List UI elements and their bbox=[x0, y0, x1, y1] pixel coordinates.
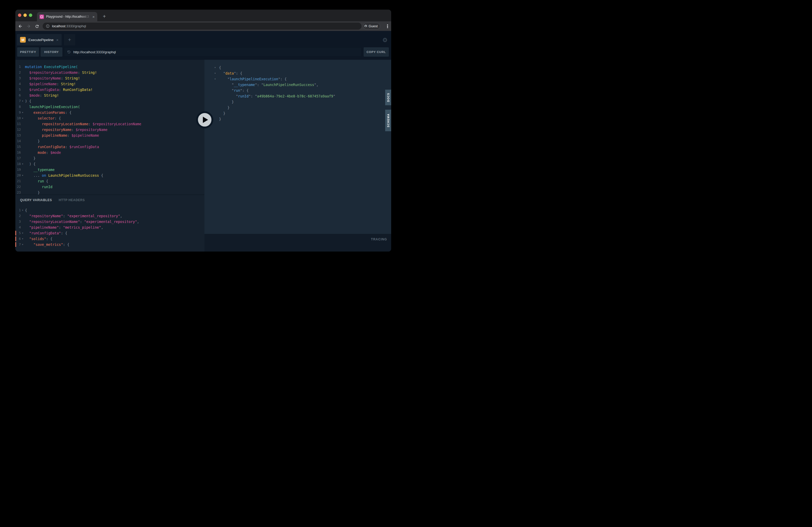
code-line: 3 $repositoryName: String! bbox=[15, 75, 204, 81]
new-query-tab-button[interactable]: + bbox=[64, 34, 75, 45]
tab-execute-pipeline[interactable]: M ExecutePipeline × bbox=[17, 34, 62, 45]
code-line: 4 $pipelineName: String! bbox=[15, 81, 204, 87]
fold-arrow-icon[interactable]: ▾ bbox=[21, 230, 25, 236]
fold-arrow-icon[interactable]: ▾ bbox=[21, 115, 25, 121]
settings-gear-icon[interactable]: ⚙ bbox=[381, 36, 389, 44]
fold-arrow-icon[interactable]: ▾ bbox=[21, 110, 25, 115]
code-line: 8 launchPipelineExecution( bbox=[15, 104, 204, 110]
fold-arrow-icon[interactable]: ▾ bbox=[213, 76, 217, 82]
response-viewer: ▾{▾ "data": {▾ "launchPipelineExecution"… bbox=[204, 60, 391, 234]
line-number: 2 bbox=[15, 213, 21, 219]
code-line: } bbox=[204, 110, 391, 116]
avatar bbox=[364, 24, 367, 29]
playground-tab-bar: M ExecutePipeline × + ⚙ bbox=[15, 34, 391, 45]
fold-spacer bbox=[21, 87, 25, 92]
line-number: 20 bbox=[15, 172, 21, 178]
code-text: ) { bbox=[25, 161, 35, 167]
code-text: } bbox=[217, 116, 221, 122]
code-line: 6 $mode: String! bbox=[15, 92, 204, 98]
code-line: "runId": "a49b864a-79e2-4be8-b78c-687457… bbox=[204, 93, 391, 99]
code-text: } bbox=[217, 99, 234, 105]
playground-toolbar: PRETTIFY HISTORY http://localhost:3333/g… bbox=[15, 47, 391, 57]
tab-query-variables[interactable]: QUERY VARIABLES bbox=[20, 198, 52, 202]
docs-side-tab[interactable]: DOCS bbox=[385, 90, 391, 105]
code-line: 1▾{ bbox=[15, 207, 204, 213]
fold-arrow-icon[interactable]: ▾ bbox=[21, 242, 25, 247]
code-text: "launchPipelineExecution": { bbox=[217, 76, 287, 82]
line-number: 18 bbox=[15, 161, 21, 167]
tab-http-headers[interactable]: HTTP HEADERS bbox=[59, 198, 85, 202]
code-text: "__typename": "LaunchPipelineRunSuccess"… bbox=[217, 82, 318, 88]
code-line: 2 "repositoryName": "experimental_reposi… bbox=[15, 213, 204, 219]
fold-spacer bbox=[213, 88, 217, 93]
fold-spacer bbox=[21, 190, 25, 195]
fold-arrow-icon[interactable]: ▾ bbox=[21, 172, 25, 178]
fold-arrow-icon[interactable]: ▾ bbox=[21, 161, 25, 167]
endpoint-reload-icon[interactable] bbox=[67, 50, 71, 54]
fold-arrow-icon[interactable]: ▾ bbox=[21, 236, 25, 242]
fold-arrow-icon[interactable]: ▾ bbox=[21, 207, 25, 213]
browser-menu-icon[interactable] bbox=[385, 24, 390, 29]
code-line: 9▾ executionParams: { bbox=[15, 110, 204, 115]
query-editor[interactable]: 1mutation ExecutePipeline(2 $repositoryL… bbox=[15, 60, 204, 195]
fold-arrow-icon[interactable]: ▾ bbox=[21, 98, 25, 104]
fold-arrow-icon[interactable]: ▾ bbox=[213, 71, 217, 76]
line-number: 1 bbox=[15, 207, 21, 213]
close-window-button[interactable] bbox=[18, 14, 21, 17]
fold-spacer bbox=[21, 213, 25, 219]
fold-spacer bbox=[21, 70, 25, 75]
tab-close-icon[interactable]: × bbox=[92, 15, 95, 19]
fold-arrow-icon[interactable]: ▾ bbox=[213, 65, 217, 71]
fold-spacer bbox=[213, 105, 217, 110]
line-number: 4 bbox=[15, 225, 21, 230]
tracing-label[interactable]: TRACING bbox=[371, 238, 387, 241]
copy-curl-button[interactable]: COPY CURL bbox=[364, 47, 389, 57]
code-text: "run": { bbox=[217, 88, 249, 93]
back-icon[interactable] bbox=[17, 24, 23, 29]
code-line: ▾ "launchPipelineExecution": { bbox=[204, 76, 391, 82]
line-number: 1 bbox=[15, 64, 21, 70]
fold-spacer bbox=[213, 93, 217, 99]
line-number: 8 bbox=[15, 104, 21, 110]
code-line: 7▾ "save_metrics": { bbox=[15, 242, 204, 247]
code-line: 2 $repositoryLocationName: String! bbox=[15, 70, 204, 75]
playground-tab-close-icon[interactable]: × bbox=[56, 38, 59, 42]
code-text: mutation ExecutePipeline( bbox=[25, 64, 78, 70]
fold-spacer bbox=[21, 104, 25, 110]
query-variables-pane: QUERY VARIABLES HTTP HEADERS 1▾{2 "repos… bbox=[15, 195, 204, 252]
reload-icon[interactable] bbox=[34, 24, 40, 29]
code-line: 6▾ "solids": { bbox=[15, 236, 204, 242]
minimize-window-button[interactable] bbox=[24, 14, 27, 17]
line-number: 5 bbox=[15, 87, 21, 92]
browser-tab[interactable]: Playground - http://localhost:3 × bbox=[37, 12, 97, 21]
address-bar[interactable]: localhost:3333/graphql bbox=[43, 22, 362, 30]
endpoint-input[interactable]: http://localhost:3333/graphql bbox=[64, 47, 362, 57]
execute-play-button[interactable] bbox=[196, 111, 213, 129]
fold-spacer bbox=[21, 225, 25, 230]
profile-button[interactable]: Guest bbox=[363, 22, 380, 30]
lint-marker bbox=[15, 231, 16, 236]
window-controls bbox=[18, 14, 32, 17]
new-tab-button[interactable]: + bbox=[101, 13, 107, 19]
play-icon bbox=[203, 117, 208, 123]
code-text: "save_metrics": { bbox=[25, 242, 70, 247]
url-path: :3333/graphql bbox=[65, 24, 86, 28]
line-number: 16 bbox=[15, 150, 21, 155]
site-info-icon[interactable] bbox=[46, 24, 50, 28]
history-button[interactable]: HISTORY bbox=[41, 47, 62, 57]
prettify-button[interactable]: PRETTIFY bbox=[17, 47, 39, 57]
line-number: 12 bbox=[15, 127, 21, 133]
variables-editor[interactable]: 1▾{2 "repositoryName": "experimental_rep… bbox=[15, 205, 204, 247]
tracing-bar: TRACING bbox=[204, 234, 391, 252]
code-line: 5▾ "runConfigData": { bbox=[15, 230, 204, 236]
graphql-favicon-icon bbox=[40, 15, 44, 19]
maximize-window-button[interactable] bbox=[29, 14, 32, 17]
code-text: { bbox=[25, 207, 27, 213]
code-line: 3 "repositoryLocationName": "experimenta… bbox=[15, 219, 204, 225]
schema-side-tab[interactable]: SCHEMA bbox=[385, 110, 391, 131]
fold-spacer bbox=[21, 127, 25, 133]
fold-spacer bbox=[21, 75, 25, 81]
forward-icon[interactable] bbox=[26, 24, 31, 29]
code-text: $runConfigData: RunConfigData! bbox=[25, 87, 92, 92]
code-line: 17 } bbox=[15, 155, 204, 161]
